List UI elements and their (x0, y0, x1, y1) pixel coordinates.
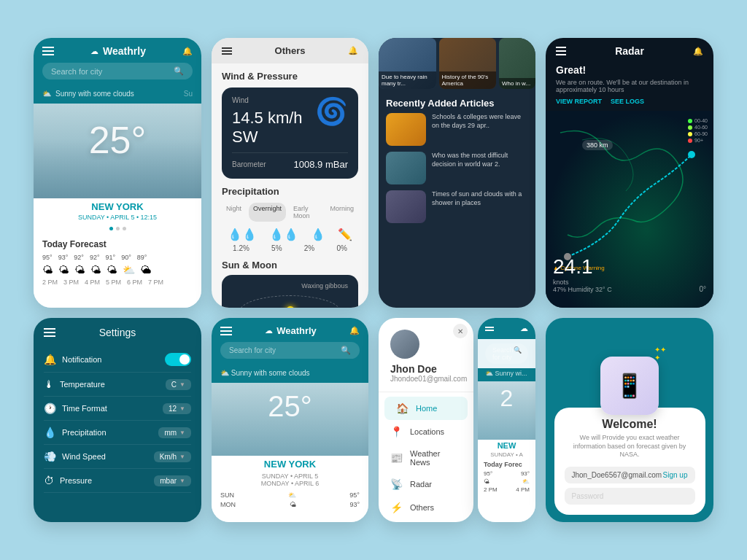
dot-2[interactable] (116, 227, 120, 230)
rain-icon: 💧 (44, 427, 56, 438)
menu-others[interactable]: ⚡ Others (379, 496, 473, 519)
tab-early-moon[interactable]: Early Moon (289, 203, 322, 222)
weather-news-label: Weather News (410, 449, 462, 467)
forecast-row-1: SUN ⛅ 95° (220, 491, 360, 499)
bell-icon-2[interactable]: 🔔 (348, 46, 358, 55)
card2-content: Wind & Pressure Wind 14.5 km/h SW 🌀 Baro… (212, 63, 368, 308)
time-1: 3 PM (63, 279, 79, 286)
temperature-value: C (171, 381, 177, 389)
barometer-row: Barometer 1008.9 mBar (232, 152, 348, 170)
precipitation-value: mm (164, 429, 177, 437)
dot-1[interactable] (109, 227, 113, 230)
card6-temperature: 25° (212, 390, 368, 423)
knots-unit: knots (553, 279, 612, 286)
tab-overnight[interactable]: Overnight (249, 203, 286, 222)
bell-icon[interactable]: 🔔 (182, 47, 193, 56)
article-item-1[interactable]: Schools & colleges were leave on the day… (386, 113, 528, 146)
wind-icon: 💨 (44, 451, 56, 462)
recently-added-title: Recently Added Articles (379, 93, 535, 113)
dot-3[interactable] (123, 227, 126, 230)
precip-icon-1: 💧💧 (269, 228, 298, 241)
view-links: VIEW REPORT SEE LOGS (556, 98, 703, 105)
article-text-1: Schools & colleges were leave on the day… (432, 113, 528, 130)
email-value: Jhon_Doe6567@gmail.com (572, 471, 662, 479)
welcome-box: Welcome! We will Provide you exact weath… (554, 408, 705, 515)
legend-dot-2 (688, 125, 692, 130)
menu-feedback[interactable]: 💬 Send Feedback (379, 519, 473, 522)
menu-home[interactable]: 🏠 Home (384, 397, 468, 420)
setting-time-format: 🕐 Time Format 12 ▼ (44, 397, 191, 421)
precip-icon-3: ✏️ (338, 228, 352, 241)
menu-icon[interactable] (222, 47, 232, 55)
card6-forecast: SUN ⛅ 95° MON 🌤 93° (212, 487, 368, 522)
menu-radar[interactable]: 📡 Radar (379, 472, 473, 496)
article-item-3[interactable]: Times of sun and clouds with a shower in… (386, 190, 528, 223)
card8-weather: ⛅ Sunny wi... (478, 368, 535, 381)
bell-icon-radar[interactable]: 🔔 (693, 47, 703, 56)
pct-2: 2% (304, 244, 314, 252)
temperature-badge[interactable]: C ▼ (166, 379, 191, 390)
legend-dot-1 (688, 119, 692, 123)
article-item-2[interactable]: Who was the most difficult decision in w… (386, 152, 528, 184)
svg-point-1 (688, 151, 695, 158)
menu-locations[interactable]: 📍 Locations (379, 420, 473, 443)
pressure-badge[interactable]: mbar ▼ (154, 475, 191, 486)
password-field[interactable]: Password (565, 488, 695, 505)
forecast-row-2: MON 🌤 93° (220, 501, 360, 508)
hamburger-menu-6[interactable] (220, 327, 232, 335)
search-placeholder-6: Search for city (229, 346, 276, 354)
article-img-2 (386, 152, 426, 184)
menu-icon-radar[interactable] (556, 47, 566, 55)
setting-pressure-left: ⏱ Pressure (44, 475, 92, 486)
card6-image: 25° (212, 383, 368, 456)
wind-speed-badge[interactable]: Km/h ▼ (154, 451, 191, 462)
icon-6: 🌥 (141, 264, 151, 276)
time-8-0: 2 PM (484, 486, 498, 493)
card-profile-area: ✕ Jhon Doe Jhondoe01@gmail.com 🏠 Home 📍 … (379, 318, 535, 522)
tab-night[interactable]: Night (222, 203, 246, 222)
search-icon-6[interactable]: 🔍 (341, 346, 351, 355)
time-5: 7 PM (148, 279, 163, 286)
weather-desc: Sunny with some clouds (55, 90, 134, 98)
cloud-logo-icon: ☁ (90, 47, 98, 56)
signup-link[interactable]: Sign up (663, 471, 688, 479)
news-icon: 📰 (390, 452, 403, 464)
menu-weather-news[interactable]: 📰 Weather News (379, 443, 473, 472)
search-input-6[interactable]: Search for city 🔍 (220, 342, 360, 359)
email-field[interactable]: Jhon_Doe6567@gmail.com Sign up (565, 467, 695, 483)
settings-menu-icon[interactable] (44, 328, 55, 337)
menu-icon-8[interactable] (485, 327, 494, 331)
view-report-link[interactable]: VIEW REPORT (556, 98, 602, 105)
bell-icon-6[interactable]: 🔔 (349, 326, 360, 335)
notification-toggle[interactable] (165, 353, 191, 366)
pressure-value: mbar (160, 477, 177, 485)
notification-icon: 🔔 (44, 354, 56, 365)
home-label: Home (416, 404, 437, 413)
search-input[interactable]: Search for city 🔍 (42, 63, 193, 79)
time-format-badge[interactable]: 12 ▼ (163, 403, 191, 414)
hamburger-menu[interactable] (42, 47, 54, 55)
temperature-display: 25° (34, 118, 201, 162)
temp-2: 92° (74, 254, 84, 261)
card8-search[interactable]: Search for city 🔍 (485, 343, 528, 364)
article-img-1 (386, 113, 426, 146)
search-icon[interactable]: 🔍 (174, 66, 184, 76)
tab-morning[interactable]: Morning (325, 203, 358, 222)
close-button[interactable]: ✕ (453, 324, 468, 338)
icon-1: 🌤 (58, 264, 69, 276)
weather-banner: ⛅ Sunny with some clouds Su (34, 87, 201, 104)
wind-speed-value: Km/h (160, 453, 177, 461)
see-logs-link[interactable]: SEE LOGS (611, 98, 644, 105)
precipitation-badge[interactable]: mm ▼ (158, 427, 191, 438)
thumb-3: Who in w... (499, 38, 535, 89)
sun-moon-title: Sun & Moon (222, 260, 358, 271)
legend-item-1: 00-40 (688, 118, 708, 123)
icon-4: 🌤 (107, 264, 117, 276)
forecast-title: Today Forecast (42, 239, 193, 249)
radar-label: Radar (410, 480, 432, 489)
card6-search: Search for city 🔍 (212, 342, 368, 366)
cloud-icon-8: ☁ (520, 324, 528, 333)
time-4: 6 PM (127, 279, 142, 286)
card-wind-pressure: Others 🔔 Wind & Pressure Wind 14.5 km/h … (212, 38, 368, 308)
temp-3: 92° (90, 254, 100, 261)
